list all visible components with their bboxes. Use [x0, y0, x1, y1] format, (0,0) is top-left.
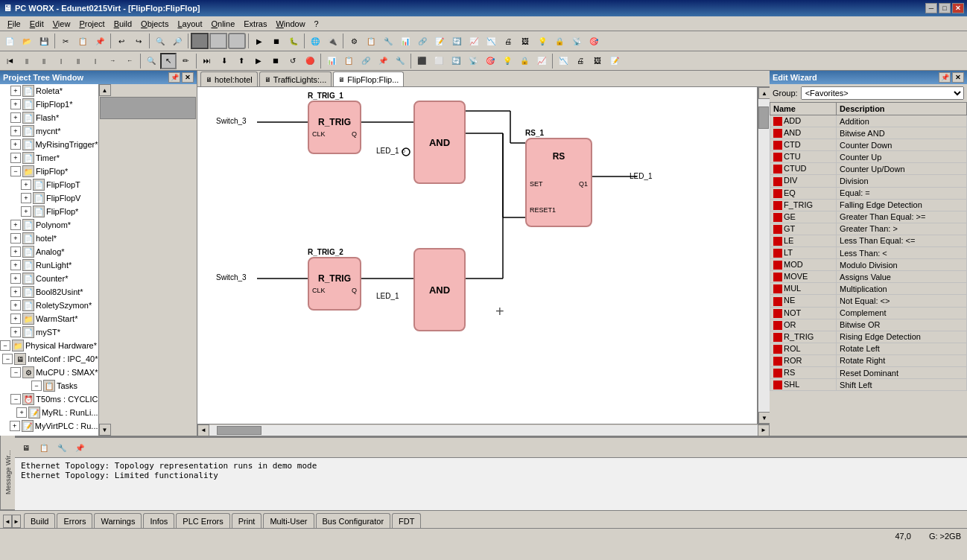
- tb2-search[interactable]: 🔍: [143, 53, 159, 69]
- tb2-extra8[interactable]: 🔄: [448, 53, 464, 69]
- block-and2[interactable]: AND: [413, 248, 466, 331]
- ew-row[interactable]: MOVE Assigns Value: [770, 271, 967, 283]
- tab-scroll-left[interactable]: ◄: [3, 515, 12, 528]
- tab-multi-user[interactable]: Multi-User: [263, 513, 314, 528]
- ew-row[interactable]: ROL Rotate Left: [770, 343, 967, 354]
- tb-paste[interactable]: 📌: [92, 33, 108, 49]
- ew-close-button[interactable]: ✕: [952, 72, 964, 83]
- tree-item[interactable]: +📄FlipFlopT: [0, 178, 98, 191]
- canvas-hscroll-right[interactable]: ►: [758, 424, 770, 436]
- tab-errors[interactable]: Errors: [57, 513, 92, 528]
- menu-file[interactable]: File: [3, 19, 25, 29]
- tab-plc-errors[interactable]: PLC Errors: [176, 513, 229, 528]
- tb-extra12[interactable]: 📡: [568, 33, 585, 49]
- tb-zoom-in[interactable]: 🔍: [152, 33, 168, 49]
- tab-bus-configurator[interactable]: Bus Configurator: [316, 513, 391, 528]
- ew-row[interactable]: NOT Complement: [770, 307, 967, 319]
- tree-expand-icon[interactable]: +: [10, 126, 21, 136]
- tree-scroll-thumb[interactable]: [100, 97, 197, 119]
- tree-item[interactable]: −📋Tasks: [0, 379, 98, 392]
- tree-expand-icon[interactable]: −: [31, 381, 42, 391]
- tb2-reset[interactable]: ↺: [285, 53, 301, 69]
- tree-expand-icon[interactable]: +: [10, 99, 21, 109]
- block-rs1[interactable]: RS SET Q1 RESET1: [525, 138, 592, 227]
- tree-expand-icon[interactable]: +: [10, 260, 21, 270]
- tree-item[interactable]: +📄Analog*: [0, 245, 98, 258]
- tb-extra5[interactable]: 🔄: [448, 33, 465, 49]
- tb-zoom-out[interactable]: 🔎: [169, 33, 186, 49]
- tree-item[interactable]: −🖥IntelConf : IPC_40*: [0, 352, 98, 366]
- tb2-btn4[interactable]: |: [53, 53, 69, 69]
- tree-item[interactable]: +📄Bool82Usint*: [0, 285, 98, 299]
- doc-tab-hotel[interactable]: 🖥 hotel:hotel: [200, 71, 258, 86]
- menu-view[interactable]: View: [48, 19, 75, 29]
- bottom-icon-3[interactable]: 🔧: [54, 439, 70, 456]
- tree-expand-icon[interactable]: +: [10, 86, 21, 96]
- tb-extra8[interactable]: 🖨: [500, 33, 516, 49]
- tb2-extra6[interactable]: ⬛: [413, 53, 430, 69]
- tb-settings[interactable]: ⚙: [346, 33, 362, 49]
- menu-build[interactable]: Build: [110, 19, 136, 29]
- tb-offline[interactable]: 🔌: [324, 33, 340, 49]
- ew-row[interactable]: GE Greater Than Equal: >=: [770, 211, 967, 223]
- ew-row[interactable]: RS Reset Dominant: [770, 366, 967, 378]
- tb2-extra1[interactable]: 📊: [323, 53, 340, 69]
- ew-row[interactable]: CTUD Counter Up/Down: [770, 163, 967, 175]
- tree-expand-icon[interactable]: +: [10, 421, 20, 431]
- tb2-extra11[interactable]: 💡: [499, 53, 516, 69]
- tb-save[interactable]: 💾: [36, 33, 52, 49]
- tree-item[interactable]: +📄Timer*: [0, 151, 98, 165]
- tree-expand-icon[interactable]: +: [16, 407, 27, 418]
- tree-item[interactable]: +📄FlipFlopV: [0, 191, 98, 205]
- ew-row[interactable]: ADD Addition: [770, 115, 967, 127]
- tree-scrollbar[interactable]: ▲ ▼: [98, 84, 197, 436]
- title-bar-controls[interactable]: ─ □ ✕: [925, 3, 964, 13]
- doc-tab-traffic[interactable]: 🖥 TrafficLights:...: [259, 71, 332, 86]
- tb-extra3[interactable]: 🔗: [414, 33, 431, 49]
- tree-item[interactable]: +📄RoletySzymon*: [0, 299, 98, 312]
- tab-warnings[interactable]: Warnings: [94, 513, 142, 528]
- bottom-icon-1[interactable]: 🖥: [18, 439, 34, 456]
- tb-build-run[interactable]: ▶: [251, 33, 267, 49]
- tb2-extra16[interactable]: 🖼: [589, 53, 606, 69]
- ew-row[interactable]: LE Less Than Equal: <=: [770, 235, 967, 246]
- menu-window[interactable]: Window: [271, 19, 309, 29]
- tree-item[interactable]: +📄myST*: [0, 325, 98, 339]
- canvas-hscroll[interactable]: ◄ ►: [197, 424, 770, 436]
- tb2-cursor[interactable]: ↖: [160, 53, 177, 69]
- tab-infos[interactable]: Infos: [143, 513, 174, 528]
- tree-expand-icon[interactable]: +: [10, 327, 21, 337]
- tree-item[interactable]: +📄Roleta*: [0, 84, 98, 98]
- tree-scroll-content[interactable]: +📄Roleta*+📄FlipFlop1*+📄Flash*+📄mycnt*+📄M…: [0, 84, 98, 436]
- tb-extra2[interactable]: 📊: [397, 33, 413, 49]
- canvas-scroll-up[interactable]: ▲: [758, 87, 770, 99]
- tree-expand-icon[interactable]: −: [10, 166, 21, 176]
- block-rtrig1[interactable]: R_TRIG CLK Q: [308, 101, 361, 154]
- tree-item[interactable]: +📄MyRisingTrigger*: [0, 138, 98, 151]
- tree-expand-icon[interactable]: +: [10, 287, 21, 297]
- ew-row[interactable]: R_TRIG Rising Edge Detection: [770, 331, 967, 343]
- tb-btn-5[interactable]: [191, 33, 209, 49]
- tb-build-debug[interactable]: 🐛: [285, 33, 302, 49]
- doc-tab-flipflop[interactable]: 🖥 FlipFlop:Flip...: [333, 71, 404, 86]
- canvas-scroll-down[interactable]: ▼: [758, 412, 770, 424]
- ew-row[interactable]: EQ Equal: =: [770, 187, 967, 199]
- tree-expand-icon[interactable]: +: [10, 112, 21, 123]
- tb2-wire[interactable]: ✏: [177, 53, 194, 69]
- tree-expand-icon[interactable]: +: [21, 206, 31, 217]
- tree-item[interactable]: +📄mycnt*: [0, 124, 98, 138]
- menu-extras[interactable]: Extras: [239, 19, 271, 29]
- ew-row[interactable]: NE Not Equal: <>: [770, 295, 967, 307]
- tree-item[interactable]: +📄Flash*: [0, 111, 98, 124]
- canvas-hscroll-thumb[interactable]: [217, 426, 261, 435]
- ew-row[interactable]: GT Greater Than: >: [770, 223, 967, 235]
- tree-item[interactable]: +📄hotel*: [0, 232, 98, 245]
- tree-scroll-up[interactable]: ▲: [99, 84, 111, 96]
- tb2-extra12[interactable]: 🔒: [516, 53, 533, 69]
- tb2-step-over[interactable]: ⏭: [199, 53, 215, 69]
- tb2-step-out[interactable]: ⬆: [233, 53, 250, 69]
- ew-row[interactable]: LT Less Than: <: [770, 247, 967, 259]
- ew-row[interactable]: F_TRIG Falling Edge Detection: [770, 199, 967, 211]
- project-tree-content[interactable]: +📄Roleta*+📄FlipFlop1*+📄Flash*+📄mycnt*+📄M…: [0, 84, 197, 436]
- tb2-extra10[interactable]: 🎯: [482, 53, 498, 69]
